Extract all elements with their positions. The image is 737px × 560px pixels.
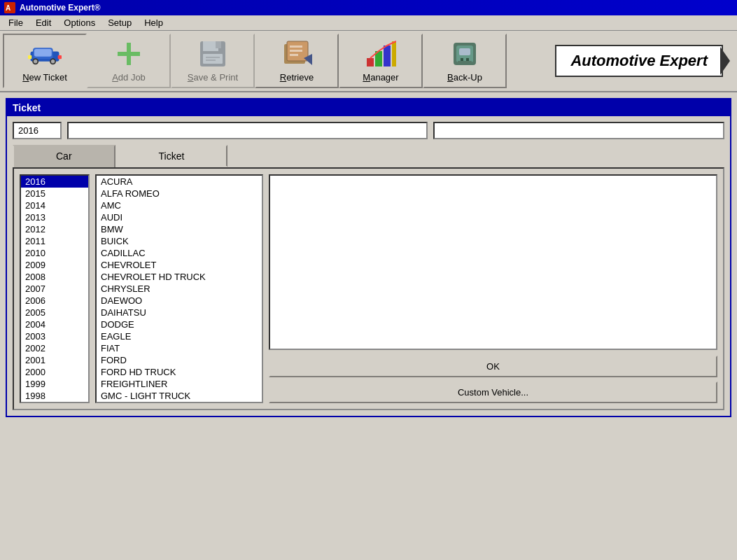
make-list-item[interactable]: BUICK [97, 235, 262, 247]
menu-file[interactable]: File [3, 16, 29, 29]
new-ticket-button[interactable]: New Ticket [3, 34, 87, 88]
lists-area: 2016201520142013201220112010200920082007… [13, 167, 724, 410]
menu-bar: File Edit Options Setup Help [0, 15, 737, 31]
make-list-item[interactable]: CHRYSLER [97, 283, 262, 295]
year-list-item[interactable]: 2009 [21, 259, 88, 271]
add-icon [112, 38, 146, 69]
year-list-item[interactable]: 2001 [21, 354, 88, 366]
svg-rect-31 [459, 48, 470, 55]
brand-box: Automotive Expert [555, 45, 723, 77]
year-list-item[interactable]: 2010 [21, 247, 88, 259]
button-row: OK Custom Vehicle... [269, 356, 717, 403]
make-list-item[interactable]: CHEVROLET [97, 259, 262, 271]
manager-button[interactable]: Manager [339, 34, 423, 88]
ticket-header-label: Ticket [13, 102, 41, 113]
year-list-item[interactable]: 2013 [21, 211, 88, 223]
svg-point-6 [34, 59, 37, 63]
right-panel: OK Custom Vehicle... [269, 174, 717, 403]
title-bar-text: Automotive Expert® [20, 3, 101, 13]
svg-rect-10 [58, 55, 62, 58]
svg-rect-27 [384, 46, 391, 66]
make-list-item[interactable]: EAGLE [97, 330, 262, 342]
custom-vehicle-button[interactable]: Custom Vehicle... [269, 382, 717, 403]
back-up-button[interactable]: Back-Up [423, 34, 507, 88]
svg-rect-9 [28, 55, 31, 58]
make-list[interactable]: ACURAALFA ROMEOAMCAUDIBMWBUICKCADILLACCH… [95, 174, 263, 403]
make-list-item[interactable]: CADILLAC [97, 247, 262, 259]
make-list-item[interactable]: ACURA [97, 176, 262, 188]
backup-icon [448, 38, 482, 69]
svg-rect-23 [290, 54, 298, 56]
year-list-item[interactable]: 2008 [21, 271, 88, 283]
make-list-item[interactable]: FIAT [97, 342, 262, 354]
add-job-button: Add Job [87, 34, 171, 88]
svg-rect-21 [290, 46, 302, 48]
year-list-container: 2016201520142013201220112010200920082007… [20, 174, 90, 403]
retrieve-icon [280, 38, 314, 69]
make-list-item[interactable]: AMC [97, 200, 262, 211]
svg-rect-17 [206, 57, 220, 58]
ticket-panel: Ticket Car Ticket [6, 98, 731, 417]
title-bar: A Automotive Expert® [0, 0, 737, 15]
make-list-item[interactable]: FORD [97, 354, 262, 366]
menu-options[interactable]: Options [58, 16, 101, 29]
year-list-item[interactable]: 2007 [21, 283, 88, 295]
year-list-item[interactable]: 2003 [21, 330, 88, 342]
svg-rect-28 [392, 41, 396, 66]
make-list-item[interactable]: FORD HD TRUCK [97, 366, 262, 378]
name-field[interactable] [67, 122, 428, 139]
menu-edit[interactable]: Edit [30, 16, 57, 29]
retrieve-label: Retrieve [280, 72, 314, 83]
tabs-row: Car Ticket [13, 145, 724, 167]
make-list-item[interactable]: BMW [97, 223, 262, 235]
year-list-item[interactable]: 2006 [21, 295, 88, 307]
year-list-item[interactable]: 2012 [21, 223, 88, 235]
make-list-item[interactable]: CHEVROLET HD TRUCK [97, 271, 262, 283]
year-list-item[interactable]: 1999 [21, 378, 88, 390]
ticket-body: Car Ticket 20162015201420132012201120102… [7, 116, 730, 416]
tab-car[interactable]: Car [13, 145, 115, 167]
make-list-item[interactable]: ALFA ROMEO [97, 188, 262, 200]
year-list-item[interactable]: 2011 [21, 235, 88, 247]
year-list-item[interactable]: 2014 [21, 200, 88, 211]
svg-rect-4 [34, 49, 52, 57]
make-list-item[interactable]: DAEWOO [97, 295, 262, 307]
make-list-item[interactable]: GMC - LIGHT TRUCK [97, 390, 262, 402]
tab-ticket[interactable]: Ticket [115, 145, 228, 167]
make-list-item[interactable]: DODGE [97, 318, 262, 330]
year-list-item[interactable]: 2004 [21, 318, 88, 330]
save-print-label: Save & Print [188, 72, 238, 83]
car-icon [28, 39, 62, 69]
svg-rect-18 [206, 59, 216, 61]
brand-area: Automotive Expert [507, 34, 734, 88]
svg-rect-34 [458, 61, 472, 64]
back-up-label: Back-Up [447, 72, 482, 83]
menu-help[interactable]: Help [139, 16, 169, 29]
svg-rect-15 [216, 41, 221, 48]
year-field[interactable] [13, 122, 62, 139]
year-list-item[interactable]: 2016 [21, 176, 88, 188]
svg-point-8 [51, 59, 55, 63]
year-list-item[interactable]: 2005 [21, 307, 88, 318]
make-list-item[interactable]: AUDI [97, 211, 262, 223]
main-content: Ticket Car Ticket [0, 92, 737, 423]
extra-field[interactable] [433, 122, 724, 139]
save-print-button: Save & Print [171, 34, 255, 88]
make-list-item[interactable]: FREIGHTLINER [97, 378, 262, 390]
year-list-item[interactable]: 2015 [21, 188, 88, 200]
make-list-item[interactable]: DAIHATSU [97, 307, 262, 318]
year-list[interactable]: 2016201520142013201220112010200920082007… [20, 174, 90, 403]
manager-icon [364, 38, 398, 69]
manager-label: Manager [363, 72, 398, 83]
ok-button[interactable]: OK [269, 356, 717, 377]
year-list-item[interactable]: 2000 [21, 366, 88, 378]
retrieve-button[interactable]: Retrieve [255, 34, 339, 88]
year-list-item[interactable]: 1998 [21, 390, 88, 402]
app-icon: A [4, 2, 15, 13]
menu-setup[interactable]: Setup [102, 16, 137, 29]
svg-rect-25 [367, 58, 374, 66]
add-job-label: Add Job [112, 72, 146, 83]
year-list-item[interactable]: 2002 [21, 342, 88, 354]
new-ticket-label: New Ticket [22, 72, 67, 83]
toolbar: New Ticket Add Job Save & Pr [0, 31, 737, 92]
